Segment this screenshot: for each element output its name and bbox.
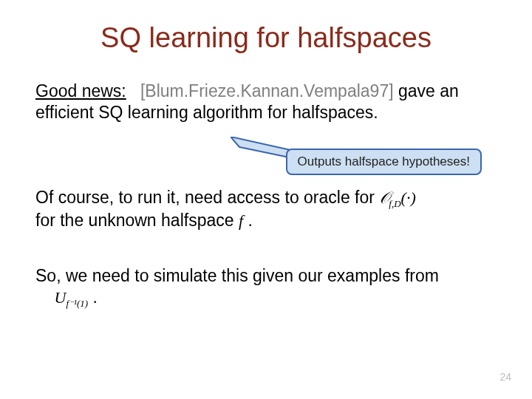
para3-text: So, we need to simulate this given our e… [35,266,439,285]
oracle-arg: (·) [401,188,416,207]
U-letter: U [55,288,66,307]
paragraph-good-news: Good news: [Blum.Frieze.Kannan.Vempala97… [35,81,497,123]
U-symbol: Uf⁻¹(1) [55,288,89,307]
paragraph-simulate: So, we need to simulate this given our e… [35,265,497,310]
oracle-symbol: 𝒪f,D(·) [379,188,415,207]
oracle-sub: f,D [389,198,400,209]
para2-lead: Of course, to run it, need access to ora… [35,188,379,207]
slide: SQ learning for halfspaces Good news: [B… [0,0,532,399]
spacer [35,248,497,265]
page-number: 24 [499,371,511,383]
citation: [Blum.Frieze.Kannan.Vempala97] [140,81,394,100]
para2-line2a: for the unknown halfspace [35,211,239,230]
callout-box: Outputs halfspace hypotheses! [286,149,482,175]
para3-period: . [88,287,98,307]
good-news-label: Good news: [35,81,126,100]
callout-container: Outputs halfspace hypotheses! [35,140,497,183]
U-sub: f⁻¹(1) [66,298,88,309]
oracle-O: 𝒪 [379,188,389,207]
slide-title: SQ learning for halfspaces [35,22,497,54]
callout-text: Outputs halfspace hypotheses! [298,154,470,168]
para2-period: . [243,211,253,230]
paragraph-oracle: Of course, to run it, need access to ora… [35,187,497,231]
